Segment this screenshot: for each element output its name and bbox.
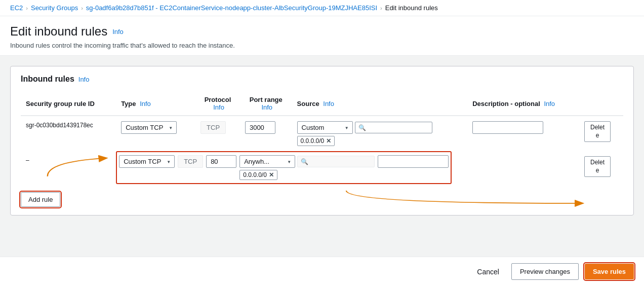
port-input-2[interactable] (206, 155, 236, 168)
highlighted-row-wrapper: Custom TCP Anywh... (116, 151, 452, 184)
card-info-link[interactable]: Info (78, 76, 90, 83)
source-type-wrapper-1: Custom (297, 121, 353, 134)
protocol-info-link[interactable]: Info (213, 103, 224, 111)
tag-value-1: 0.0.0.0/0 (301, 137, 325, 145)
source-tags-2: 0.0.0.0/0 ✕ (239, 170, 375, 180)
port-input-1[interactable] (245, 121, 275, 134)
source-search-input-2[interactable] (310, 158, 371, 165)
port-info-link[interactable]: Info (261, 103, 272, 111)
table-wrapper: Security group rule ID Type Info Protoco… (21, 92, 623, 207)
col-type: Type Info (116, 92, 195, 116)
type-select-wrapper-2: Custom TCP (119, 155, 175, 168)
breadcrumb-security-groups[interactable]: Security Groups (31, 4, 78, 12)
source-type-wrapper-2: Anywh... (239, 155, 295, 168)
breadcrumb-sg-id[interactable]: sg-0adf6a9b28d7b851f - EC2ContainerServi… (86, 4, 377, 12)
col-actions (579, 92, 623, 116)
col-description: Description - optional Info (467, 92, 579, 116)
cancel-button[interactable]: Cancel (471, 265, 505, 279)
rule-id-1: sgr-0c030bdd1439178ec (26, 122, 93, 129)
source-tag-2: 0.0.0.0/0 ✕ (239, 170, 277, 180)
card-title: Inbound rules (21, 75, 74, 84)
rule-id-2: – (26, 157, 29, 164)
col-protocol: Protocol Info (195, 92, 240, 116)
type-select-1[interactable]: Custom TCP (121, 121, 177, 134)
source-type-select-1[interactable]: Custom (297, 121, 353, 134)
type-info-link[interactable]: Info (140, 100, 151, 108)
protocol-input-2 (178, 155, 203, 168)
page-subtitle: Inbound rules control the incoming traff… (10, 42, 634, 49)
type-select-wrapper-1: Custom TCP (121, 121, 177, 134)
source-search-row-2: 🔍 (297, 156, 375, 167)
preview-changes-button[interactable]: Preview changes (511, 263, 579, 280)
footer: Cancel Preview changes Save rules (0, 257, 644, 286)
tag-remove-2[interactable]: ✕ (269, 171, 274, 178)
main-content: Inbound rules Info (0, 56, 644, 226)
table-row: – Custom TCP (21, 151, 623, 184)
source-tag-1: 0.0.0.0/0 ✕ (297, 136, 335, 146)
source-search-input-1[interactable] (368, 124, 429, 131)
breadcrumb: EC2 › Security Groups › sg-0adf6a9b28d7b… (0, 0, 644, 16)
source-info-link[interactable]: Info (323, 100, 334, 108)
rules-table: Security group rule ID Type Info Protoco… (21, 92, 623, 184)
tag-value-2: 0.0.0.0/0 (243, 171, 267, 178)
delete-btn-1[interactable]: Delet e (584, 121, 611, 142)
desc-input-2[interactable] (378, 155, 449, 168)
desc-input-1[interactable] (472, 121, 543, 134)
col-source: Source Info (292, 92, 468, 116)
table-row: sgr-0c030bdd1439178ec Custom TCP (21, 116, 623, 151)
add-rule-button[interactable]: Add rule (21, 192, 60, 207)
page-header: Edit inbound rules Info Inbound rules co… (0, 16, 644, 56)
save-rules-button[interactable]: Save rules (585, 264, 634, 279)
tag-remove-1[interactable]: ✕ (326, 137, 331, 145)
card-header: Inbound rules Info (21, 75, 623, 84)
delete-btn-2[interactable]: Delet e (584, 156, 611, 177)
page-title: Edit inbound rules (10, 24, 107, 39)
rules-card: Inbound rules Info (10, 66, 634, 216)
search-icon-2: 🔍 (301, 158, 308, 165)
source-cell-1: Custom 🔍 (297, 121, 463, 146)
search-icon-1: 🔍 (358, 124, 366, 131)
source-type-select-2[interactable]: Anywh... (239, 155, 295, 168)
protocol-input-1 (200, 121, 226, 134)
source-cell-2: Anywh... 🔍 (239, 155, 375, 180)
page-info-link[interactable]: Info (112, 28, 124, 35)
col-port: Port range Info (240, 92, 292, 116)
desc-info-link[interactable]: Info (544, 100, 555, 108)
breadcrumb-current: Edit inbound rules (385, 4, 438, 12)
breadcrumb-ec2[interactable]: EC2 (10, 4, 23, 12)
source-tags-1: 0.0.0.0/0 ✕ (297, 136, 463, 146)
source-search-row-1: 🔍 (355, 122, 432, 133)
col-rule-id: Security group rule ID (21, 92, 116, 116)
type-select-2[interactable]: Custom TCP (119, 155, 175, 168)
